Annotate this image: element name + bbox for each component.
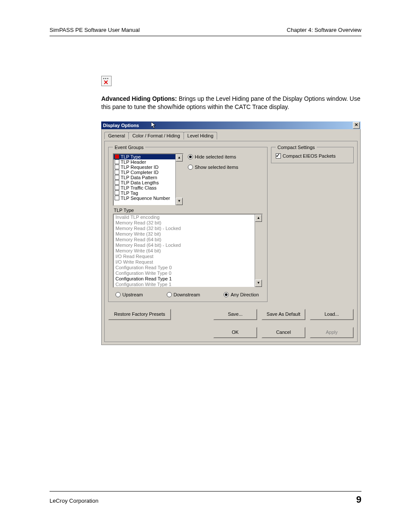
dialog-title: Display Options — [103, 123, 139, 128]
list-item[interactable]: I/O Read Request — [114, 254, 255, 259]
radio-icon — [224, 292, 229, 297]
checkbox-icon — [115, 154, 119, 159]
radio-icon — [167, 292, 172, 297]
scrollbar[interactable]: ▲ ▼ — [255, 215, 262, 287]
direction-radio-group: Upstream Downstream Any Direction — [115, 292, 263, 297]
tab-general[interactable]: General — [104, 132, 129, 139]
restore-factory-presets-button[interactable]: Restore Factory Presets — [108, 309, 171, 320]
radio-icon — [115, 292, 121, 297]
list-item[interactable]: Memory Write (64 bit) — [114, 248, 255, 254]
checkbox-icon — [115, 170, 119, 174]
checkbox-icon — [115, 196, 119, 200]
list-item-label: TLP Header — [121, 159, 146, 165]
list-item[interactable]: Memory Read (32 bit) - Locked — [114, 226, 255, 231]
radio-icon — [188, 165, 193, 170]
scroll-down-button[interactable]: ▼ — [176, 198, 183, 205]
checkbox-icon — [276, 153, 281, 159]
list-item[interactable]: Configuration Write Type 1 — [114, 282, 255, 287]
display-options-dialog: Display Options ✕ General Color / Format… — [101, 121, 361, 345]
radio-upstream[interactable]: Upstream — [115, 292, 143, 297]
event-groups-legend: Event Groups — [113, 145, 145, 150]
list-item[interactable]: TLP Data Lengths — [114, 180, 176, 185]
list-item[interactable]: TLP Requester ID — [114, 165, 176, 170]
subsection-label: TLP Type — [114, 208, 263, 213]
button-row-1: Restore Factory Presets Save... Save As … — [108, 309, 354, 320]
list-item[interactable]: Invalid TLP encoding — [114, 215, 255, 220]
list-item[interactable]: TLP Completer ID — [114, 170, 176, 175]
save-as-default-button[interactable]: Save As Default — [262, 309, 305, 320]
list-item[interactable]: Memory Read (64 bit) — [114, 237, 255, 243]
header-right: Chapter 4: Software Overview — [287, 27, 361, 33]
footer-rule — [50, 491, 361, 492]
list-item[interactable]: I/O Write Request — [114, 259, 255, 265]
list-item-label: TLP Type — [121, 154, 141, 159]
list-item-label: TLP Requester ID — [121, 165, 159, 170]
checkbox-icon — [115, 175, 119, 180]
list-item[interactable]: Memory Read (32 bit) — [114, 220, 255, 226]
checkbox-icon — [115, 185, 119, 190]
compact-settings-fieldset: Compact Settings Compact EIEOS Packets — [271, 145, 354, 163]
list-item[interactable]: TLP Header — [114, 159, 176, 165]
radio-hide-label: Hide selected items — [195, 154, 236, 159]
tabstrip: General Color / Format / Hiding Level Hi… — [104, 132, 358, 139]
load-button[interactable]: Load... — [310, 309, 354, 320]
cursor-icon — [151, 122, 158, 129]
adv-hiding-icon: ●●● ✕ — [101, 76, 112, 86]
tlp-type-listbox[interactable]: Invalid TLP encodingMemory Read (32 bit)… — [113, 214, 263, 288]
tab-level-hiding[interactable]: Level Hiding — [184, 132, 218, 140]
tab-pane: Event Groups TLP TypeTLP HeaderTLP Reque… — [104, 141, 358, 342]
compact-eieos-checkbox[interactable]: Compact EIEOS Packets — [276, 153, 349, 159]
scroll-up-button[interactable]: ▲ — [255, 215, 262, 222]
body-heading: Advanced Hiding Options: — [101, 95, 177, 102]
list-item-label: TLP Traffic Class — [121, 185, 156, 190]
checkbox-icon — [115, 159, 119, 164]
footer-left: LeCroy Corporation — [50, 498, 98, 504]
list-item[interactable]: Memory Read (64 bit) - Locked — [114, 243, 255, 248]
list-item[interactable]: TLP Type — [114, 154, 176, 159]
compact-settings-legend: Compact Settings — [276, 145, 317, 150]
list-item[interactable]: TLP Sequence Number — [114, 196, 176, 201]
page-number: 9 — [356, 494, 361, 505]
apply-button[interactable]: Apply — [310, 327, 354, 338]
list-item[interactable]: TLP Tag — [114, 190, 176, 196]
page-footer: LeCroy Corporation 9 — [50, 491, 361, 505]
header-rule — [50, 36, 361, 36]
save-button[interactable]: Save... — [213, 309, 257, 320]
radio-upstream-label: Upstream — [122, 292, 143, 297]
compact-eieos-label: Compact EIEOS Packets — [283, 153, 336, 159]
list-item[interactable]: Configuration Write Type 0 — [114, 271, 255, 276]
list-item-label: TLP Data Lengths — [121, 180, 159, 185]
tab-color-format-hiding[interactable]: Color / Format / Hiding — [128, 132, 184, 139]
radio-downstream[interactable]: Downstream — [167, 292, 200, 297]
list-item[interactable]: Configuration Read Type 1 — [114, 276, 255, 282]
list-item[interactable]: TLP Data Pattern — [114, 175, 176, 180]
scrollbar[interactable]: ▲ ▼ — [175, 154, 183, 205]
radio-show-label: Show selected items — [195, 165, 238, 170]
list-item[interactable]: TLP Traffic Class — [114, 185, 176, 190]
list-item-label: TLP Tag — [121, 190, 138, 196]
list-item-label: TLP Data Pattern — [121, 175, 157, 180]
list-item[interactable]: Configuration Read Type 0 — [114, 265, 255, 271]
radio-downstream-label: Downstream — [174, 292, 200, 297]
ok-button[interactable]: OK — [213, 327, 257, 338]
list-item[interactable]: Memory Write (32 bit) — [114, 231, 255, 237]
checkbox-icon — [115, 180, 119, 185]
cancel-button[interactable]: Cancel — [262, 327, 305, 338]
checkbox-icon — [115, 190, 119, 195]
close-button[interactable]: ✕ — [353, 122, 360, 129]
scroll-down-button[interactable]: ▼ — [255, 280, 262, 287]
list-item-label: TLP Completer ID — [121, 170, 159, 175]
radio-any-direction[interactable]: Any Direction — [224, 292, 258, 297]
radio-show-selected[interactable]: Show selected items — [188, 165, 238, 170]
button-row-2: OK Cancel Apply — [108, 327, 354, 338]
dialog-titlebar: Display Options ✕ — [101, 121, 361, 129]
radio-any-label: Any Direction — [230, 292, 258, 297]
radio-icon — [188, 154, 193, 159]
scroll-up-button[interactable]: ▲ — [176, 154, 183, 162]
event-groups-fieldset: Event Groups TLP TypeTLP HeaderTLP Reque… — [108, 145, 268, 302]
page-header: SimPASS PE Software User Manual Chapter … — [50, 27, 361, 33]
event-groups-listbox[interactable]: TLP TypeTLP HeaderTLP Requester IDTLP Co… — [113, 153, 184, 206]
checkbox-icon — [115, 165, 119, 169]
radio-hide-selected[interactable]: Hide selected items — [188, 154, 238, 159]
body-paragraph: Advanced Hiding Options: Brings up the L… — [101, 95, 363, 111]
